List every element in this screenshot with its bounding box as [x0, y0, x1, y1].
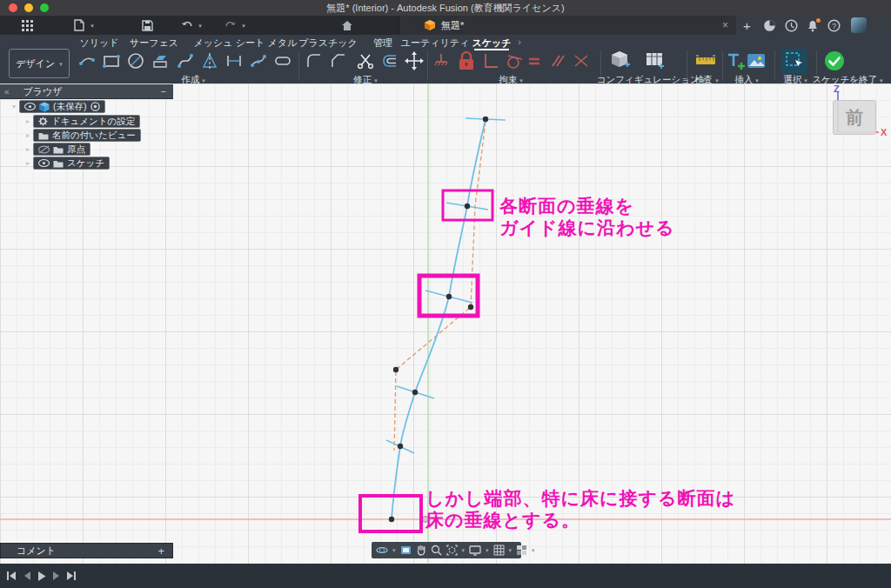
- expand-caret-icon[interactable]: ▸: [23, 117, 33, 125]
- zoom-window-button[interactable]: [40, 3, 49, 12]
- data-panel-grid-icon[interactable]: [19, 17, 35, 33]
- configure-cube-icon[interactable]: [609, 50, 630, 71]
- browser-item-document-settings[interactable]: ▸ ドキュメントの設定: [23, 115, 140, 128]
- browser-root-row[interactable]: ▾ (未保存): [9, 100, 105, 113]
- minimize-panel-icon[interactable]: −: [161, 86, 166, 97]
- visibility-eye-icon[interactable]: [24, 103, 36, 110]
- file-menu-caret-icon[interactable]: ▾: [84, 17, 100, 33]
- equal-constraint-icon[interactable]: [524, 50, 545, 71]
- orbit-icon[interactable]: [376, 545, 388, 556]
- tab-sketch[interactable]: スケッチ: [472, 37, 511, 49]
- parallel-constraint-icon[interactable]: [547, 50, 568, 71]
- viewports-icon[interactable]: [516, 545, 527, 556]
- expand-caret-icon[interactable]: ▸: [23, 131, 33, 139]
- minimize-window-button[interactable]: [24, 3, 33, 12]
- fit-view-icon[interactable]: [446, 545, 458, 556]
- close-tab-icon[interactable]: ×: [722, 19, 728, 31]
- viewcube[interactable]: 前: [833, 100, 876, 135]
- offset-tool-icon[interactable]: [379, 50, 400, 71]
- tab-plastic[interactable]: プラスチック: [298, 37, 358, 49]
- document-tab-label: 無題*: [441, 19, 464, 32]
- tab-solid[interactable]: ソリッド: [79, 37, 118, 49]
- tab-manage[interactable]: 管理: [373, 37, 392, 49]
- display-settings-icon[interactable]: [469, 545, 481, 556]
- rectangle-tool-icon[interactable]: [101, 50, 122, 71]
- browser-item-label: スケッチ: [67, 157, 104, 170]
- add-comment-icon[interactable]: +: [157, 545, 164, 558]
- configuration-table-icon[interactable]: [644, 50, 665, 71]
- chamfer-tool-icon[interactable]: [328, 50, 349, 71]
- dimension-tool-icon[interactable]: [224, 50, 245, 71]
- move-tool-icon[interactable]: [404, 50, 425, 71]
- ground-target-icon[interactable]: [90, 102, 100, 111]
- viewcube-face-label: 前: [846, 106, 863, 130]
- fit-caret-icon[interactable]: ▾: [462, 547, 466, 553]
- tab-overflow-icon[interactable]: ›: [518, 37, 521, 49]
- display-caret-icon[interactable]: ▾: [486, 547, 489, 553]
- tab-sheet-metal[interactable]: シート メタル: [236, 37, 297, 49]
- new-tab-plus-icon[interactable]: +: [743, 19, 751, 32]
- trim-scissors-icon[interactable]: [355, 50, 376, 71]
- browser-item-origin[interactable]: ▸ 原点: [23, 143, 90, 156]
- visibility-off-eye-icon[interactable]: [38, 145, 50, 154]
- timeline-go-end-icon[interactable]: [65, 570, 77, 582]
- undo-caret-icon[interactable]: ▾: [192, 17, 208, 33]
- slot-tool-icon[interactable]: [272, 50, 293, 71]
- create-form-icon[interactable]: [150, 50, 171, 71]
- lock-constraint-icon[interactable]: [456, 50, 477, 71]
- spline-tool-icon[interactable]: [175, 50, 196, 71]
- viewports-caret-icon[interactable]: ▾: [532, 547, 535, 553]
- home-icon[interactable]: [339, 17, 355, 33]
- comments-panel[interactable]: コメント +: [0, 543, 173, 558]
- measure-ruler-icon[interactable]: [694, 50, 715, 71]
- avatar[interactable]: [851, 17, 867, 33]
- visibility-eye-icon[interactable]: [38, 159, 50, 167]
- timeline-step-forward-icon[interactable]: [50, 570, 63, 582]
- timeline-go-start-icon[interactable]: [5, 570, 17, 582]
- insert-text-icon[interactable]: [725, 50, 746, 71]
- extensions-icon[interactable]: [763, 19, 776, 32]
- line-tool-icon[interactable]: [77, 50, 97, 71]
- perpendicular-constraint-icon[interactable]: [480, 50, 501, 71]
- tangent-constraint-icon[interactable]: [504, 50, 525, 71]
- fix-constraint-icon[interactable]: [431, 50, 452, 71]
- browser-panel-title: ブラウザ: [23, 85, 63, 98]
- browser-item-named-views[interactable]: ▸ 名前の付いたビュー: [23, 129, 141, 142]
- redo-caret-icon[interactable]: ▾: [236, 17, 251, 33]
- expand-caret-icon[interactable]: ▾: [9, 103, 19, 110]
- recent-clock-icon[interactable]: [785, 19, 798, 32]
- mirror-tool-icon[interactable]: [199, 50, 220, 71]
- pan-hand-icon[interactable]: [416, 545, 426, 556]
- expand-caret-icon[interactable]: ▸: [23, 159, 33, 167]
- browser-panel-header[interactable]: « ブラウザ −: [0, 84, 173, 99]
- document-tab[interactable]: 無題* ×: [399, 16, 738, 35]
- close-window-button[interactable]: [9, 3, 17, 12]
- insert-image-icon[interactable]: [746, 50, 767, 71]
- orbit-caret-icon[interactable]: ▾: [392, 547, 396, 553]
- fit-point-spline-icon[interactable]: [248, 50, 269, 71]
- zoom-magnifier-icon[interactable]: [431, 545, 442, 556]
- expand-caret-icon[interactable]: ▸: [23, 145, 33, 153]
- tab-surface[interactable]: サーフェス: [130, 37, 178, 49]
- browser-item-label: ドキュメントの設定: [51, 116, 135, 128]
- select-tool-icon[interactable]: [784, 50, 805, 71]
- look-at-icon[interactable]: [400, 545, 412, 556]
- timeline-step-back-icon[interactable]: [21, 570, 33, 582]
- axis-z-label: Z: [834, 84, 840, 94]
- timeline-play-icon[interactable]: [36, 570, 48, 582]
- grid-settings-icon[interactable]: [493, 545, 505, 556]
- notifications-bell-icon[interactable]: [807, 19, 819, 32]
- grid-caret-icon[interactable]: ▾: [509, 547, 512, 553]
- symmetry-constraint-icon[interactable]: [571, 50, 592, 71]
- notification-dot: [816, 18, 821, 23]
- save-icon[interactable]: [139, 17, 155, 33]
- circle-tool-icon[interactable]: [125, 50, 146, 71]
- collapse-panel-icon[interactable]: «: [4, 87, 10, 97]
- tab-utilities[interactable]: ユーティリティ: [401, 37, 470, 49]
- browser-item-sketch[interactable]: ▸ スケッチ: [23, 157, 110, 170]
- finish-sketch-icon[interactable]: [823, 50, 844, 71]
- fillet-tool-icon[interactable]: [304, 50, 325, 71]
- workspace-selector[interactable]: デザイン▾: [9, 49, 70, 78]
- help-icon[interactable]: ?: [827, 19, 841, 32]
- tab-mesh[interactable]: メッシュ: [193, 37, 232, 49]
